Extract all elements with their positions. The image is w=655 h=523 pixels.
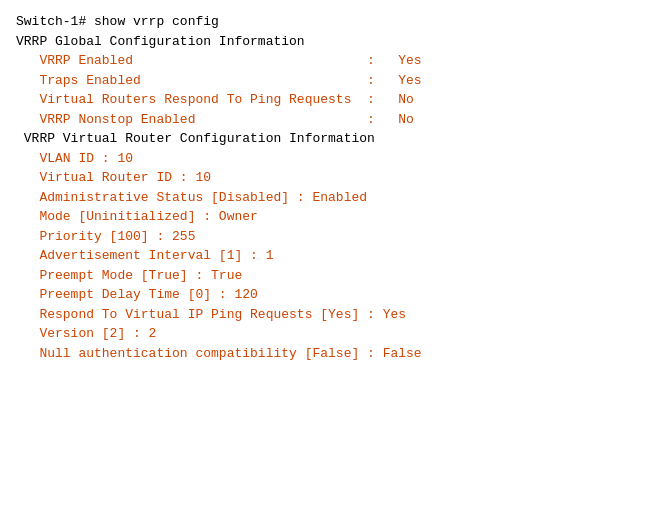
terminal-output: Switch-1# show vrrp configVRRP Global Co… — [16, 12, 639, 363]
terminal-line-4: Traps Enabled : Yes — [16, 71, 639, 91]
terminal-line-0: Switch-1# show vrrp config — [16, 12, 639, 32]
terminal-line-16: Advertisement Interval [1] : 1 — [16, 246, 639, 266]
terminal-line-5: Virtual Routers Respond To Ping Requests… — [16, 90, 639, 110]
terminal-line-18: Preempt Delay Time [0] : 120 — [16, 285, 639, 305]
terminal-line-6: VRRP Nonstop Enabled : No — [16, 110, 639, 130]
terminal-line-17: Preempt Mode [True] : True — [16, 266, 639, 286]
terminal-line-10: VLAN ID : 10 — [16, 149, 639, 169]
terminal-line-21: Null authentication compatibility [False… — [16, 344, 639, 364]
terminal-line-3: VRRP Enabled : Yes — [16, 51, 639, 71]
terminal-line-20: Version [2] : 2 — [16, 324, 639, 344]
terminal-line-15: Priority [100] : 255 — [16, 227, 639, 247]
terminal-line-11: Virtual Router ID : 10 — [16, 168, 639, 188]
terminal-line-8: VRRP Virtual Router Configuration Inform… — [16, 129, 639, 149]
terminal-line-1: VRRP Global Configuration Information — [16, 32, 639, 52]
terminal-line-19: Respond To Virtual IP Ping Requests [Yes… — [16, 305, 639, 325]
terminal-line-13: Administrative Status [Disabled] : Enabl… — [16, 188, 639, 208]
terminal-line-14: Mode [Uninitialized] : Owner — [16, 207, 639, 227]
